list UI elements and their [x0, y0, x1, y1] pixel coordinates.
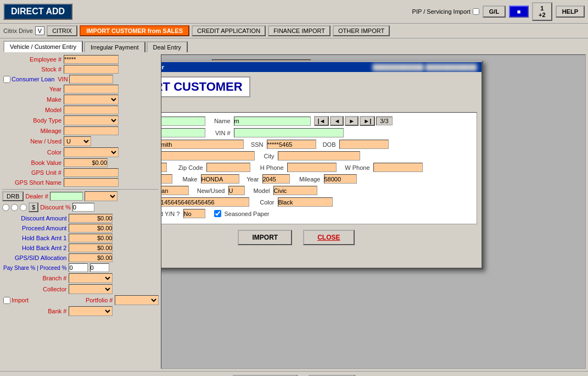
- modal-ssn2-input[interactable]: [267, 140, 316, 149]
- pay-share-input2[interactable]: [90, 263, 109, 272]
- modal-dob-input[interactable]: [339, 140, 389, 149]
- modal-color-input[interactable]: [278, 197, 333, 207]
- pip-checkbox[interactable]: [473, 8, 479, 15]
- model-input[interactable]: [64, 106, 119, 114]
- modal-nav-last[interactable]: ►|: [360, 116, 375, 126]
- bank-dropdown[interactable]: [69, 306, 113, 316]
- radio-percent[interactable]: [11, 204, 18, 211]
- tab-irregular-payment[interactable]: Irregular Payment: [84, 41, 145, 52]
- modal-zip-label: Zip Code: [170, 164, 203, 171]
- modal-zip-input[interactable]: [206, 163, 250, 172]
- radio-c[interactable]: [2, 204, 9, 211]
- modal-seasoned-checkbox[interactable]: [214, 210, 221, 217]
- modal-import-button[interactable]: IMPORT: [238, 230, 292, 245]
- new-used-dropdown[interactable]: UN: [64, 136, 91, 146]
- modal-ssn2-label: SSN: [247, 141, 264, 148]
- branch-label: Branch #: [2, 273, 68, 284]
- modal-state-input[interactable]: [161, 163, 167, 172]
- collector-dropdown[interactable]: [69, 284, 113, 294]
- radio-r[interactable]: [20, 204, 27, 211]
- radio-group-row: $ Discount %: [2, 202, 159, 212]
- import-customer-sales-button[interactable]: IMPORT CUSTOMER from SALES: [80, 25, 189, 36]
- mileage-input[interactable]: [64, 126, 119, 135]
- modal-city-input[interactable]: [278, 151, 360, 161]
- portfolio-dropdown[interactable]: [115, 295, 159, 305]
- color-label: Color: [2, 147, 63, 158]
- gps-sid-input[interactable]: [69, 253, 113, 262]
- citrix-button[interactable]: CITRIX: [47, 25, 77, 36]
- gps-short-input[interactable]: [64, 178, 119, 187]
- modal-wphone-input[interactable]: [373, 163, 423, 172]
- modal-close-button[interactable]: CLOSE: [303, 230, 354, 245]
- collector-label: Collector: [2, 284, 68, 295]
- import-customer-title: IMPORT CUSTOMER: [161, 76, 477, 102]
- modal-mileage-label: Mileage: [293, 176, 321, 183]
- dollar-button[interactable]: $: [29, 202, 38, 212]
- modal-vin-input[interactable]: [234, 128, 344, 137]
- modal-year-input[interactable]: [262, 174, 290, 184]
- modal-nav-first[interactable]: |◄: [314, 116, 329, 126]
- pay-share-input1[interactable]: [69, 263, 88, 272]
- left-panel: Employee # Stock # Consumer Loan VIN: [2, 54, 159, 369]
- finance-import-button[interactable]: FINANCE IMPORT: [268, 25, 331, 36]
- modal-row-state-zip-phones: State Zip Code H Phone W Phone: [161, 163, 473, 172]
- modal-row-vehicle2: Type New/Used Model: [161, 186, 473, 195]
- modal-page-indicator: 3/3: [376, 117, 392, 125]
- modal-hphone-input[interactable]: [287, 163, 337, 172]
- book-value-label: Book Value: [2, 158, 63, 168]
- dealer-dropdown[interactable]: [85, 191, 117, 201]
- modal-stock2-input[interactable]: [161, 174, 172, 184]
- proceed-input[interactable]: [69, 224, 113, 233]
- hold-back1-input[interactable]: [69, 234, 113, 242]
- body-type-dropdown[interactable]: [64, 115, 119, 125]
- modal-make-input[interactable]: [201, 174, 239, 184]
- consumer-loan-row: Consumer Loan VIN: [3, 75, 158, 84]
- help-button[interactable]: HELP: [556, 5, 585, 18]
- color-dropdown[interactable]: [64, 147, 119, 157]
- top-bar: DIRECT ADD PIP / Servicing Import G/L ■ …: [0, 0, 588, 24]
- modal-name-label: Name: [209, 118, 231, 124]
- modal-stock-input[interactable]: [161, 117, 205, 126]
- modal-name2-input[interactable]: [161, 140, 244, 149]
- modal-wphone-label: W Phone: [340, 164, 370, 171]
- app-title: DIRECT ADD: [3, 3, 72, 20]
- year-input[interactable]: [64, 85, 119, 93]
- import-checkbox[interactable]: [3, 297, 10, 304]
- consumer-loan-checkbox[interactable]: [3, 76, 10, 83]
- modal-ssn-input[interactable]: [161, 128, 205, 137]
- modal-mileage-input[interactable]: [324, 174, 357, 184]
- stock-input[interactable]: [64, 65, 119, 74]
- modal-type-input[interactable]: [161, 186, 189, 195]
- modal-transferred-input[interactable]: [183, 209, 205, 218]
- credit-application-button[interactable]: CREDIT APPLICATION: [192, 25, 266, 36]
- dealer-input[interactable]: [50, 192, 83, 201]
- num-button[interactable]: 1+2: [532, 2, 552, 21]
- modal-newused-label: New/Used: [192, 187, 225, 194]
- modal-row-address-city: Address City: [161, 151, 473, 161]
- modal-row-ssn-vin: SSN VIN #: [161, 128, 473, 137]
- make-dropdown[interactable]: [64, 95, 119, 104]
- discount-input[interactable]: [72, 203, 94, 212]
- vin-input[interactable]: [69, 75, 113, 84]
- modal-vin2-input[interactable]: [161, 197, 249, 207]
- other-import-button[interactable]: OTHER IMPORT: [333, 25, 390, 36]
- portfolio-label: Portfolio #: [68, 295, 114, 306]
- gps-sid-label: GPS/SID Allocation: [2, 253, 68, 263]
- modal-name-input[interactable]: [234, 117, 311, 126]
- drb-button[interactable]: DRB: [2, 191, 24, 201]
- modal-address-input[interactable]: [161, 151, 255, 161]
- book-value-input[interactable]: [64, 158, 108, 167]
- modal-model-input[interactable]: [273, 186, 317, 195]
- modal-nav-prev[interactable]: ◄: [330, 116, 344, 126]
- gps-unit-input[interactable]: [64, 168, 119, 177]
- tab-deal-entry[interactable]: Deal Entry: [147, 41, 188, 52]
- calc-button[interactable]: ■: [509, 5, 529, 18]
- employee-input[interactable]: [64, 55, 119, 64]
- hold-back2-input[interactable]: [69, 244, 113, 252]
- modal-newused-input[interactable]: [228, 186, 245, 195]
- branch-dropdown[interactable]: [69, 273, 113, 283]
- gl-button[interactable]: G/L: [483, 5, 506, 18]
- discount-amt-input[interactable]: [69, 214, 113, 223]
- tab-vehicle-customer[interactable]: Vehicle / Customer Entry: [3, 41, 83, 52]
- modal-nav-next[interactable]: ►: [345, 116, 359, 126]
